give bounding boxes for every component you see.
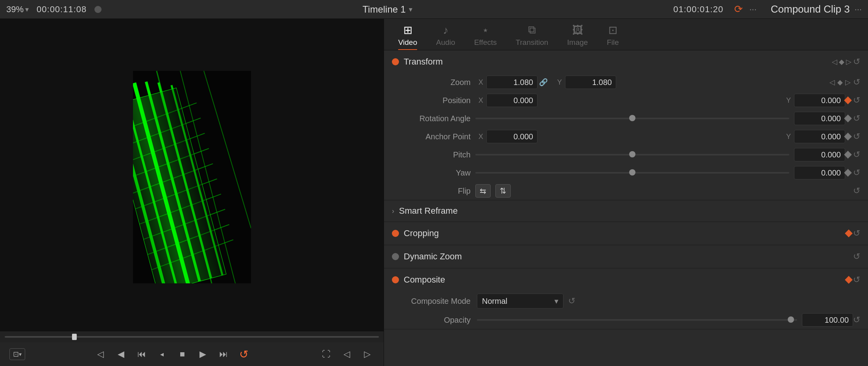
smart-reframe-header[interactable]: › Smart Reframe <box>384 200 868 222</box>
step-back-button[interactable]: ◀ <box>114 347 128 361</box>
tab-video[interactable]: ⊞ Video <box>389 20 427 50</box>
anchor-x-axis: X <box>475 133 486 141</box>
zoom-prev-kf[interactable]: ◁ <box>829 78 835 87</box>
rotation-slider[interactable] <box>475 118 789 119</box>
composite-mode-row: Composite Mode Normal ▾ ↺ <box>384 291 868 311</box>
position-label: Position <box>392 96 471 105</box>
scrubber-bar[interactable] <box>0 331 384 342</box>
yaw-reset[interactable]: ↺ <box>853 168 860 178</box>
inspector-tabs: ⊞ Video ♪ Audio ⋆ Effects ⧉ Transition 🖼… <box>384 19 868 50</box>
position-reset[interactable]: ↺ <box>853 95 860 105</box>
position-x-input[interactable] <box>486 94 537 107</box>
flip-reset[interactable]: ↺ <box>853 186 860 196</box>
transform-add-kf[interactable]: ◆ <box>839 57 844 66</box>
more-icon[interactable]: ··· <box>749 4 756 15</box>
stop-button[interactable]: ■ <box>175 347 190 361</box>
yaw-keyframe-diamond[interactable] <box>844 169 852 177</box>
zoom-control[interactable]: 39% ▾ <box>6 4 29 15</box>
rotation-keyframe-diamond[interactable] <box>844 115 852 122</box>
scrubber-thumb[interactable] <box>72 334 77 340</box>
main-layout: ⊡ ▾ ◁ ◀ ⏮ ◂ ■ ▶ ⏭ ↺ ⛶ ◁ ▷ <box>0 19 868 366</box>
image-tab-icon: 🖼 <box>572 24 583 37</box>
pitch-reset[interactable]: ↺ <box>853 150 860 160</box>
opacity-reset[interactable]: ↺ <box>853 315 860 325</box>
composite-enable-dot[interactable] <box>392 276 399 283</box>
opacity-slider[interactable] <box>477 319 797 321</box>
transform-prev-kf[interactable]: ◁ <box>832 57 837 66</box>
loop-button[interactable]: ↺ <box>237 347 251 361</box>
position-y-input[interactable] <box>794 94 845 107</box>
dynamic-zoom-enable-dot[interactable] <box>392 253 399 260</box>
pitch-keyframe-diamond[interactable] <box>844 151 852 159</box>
zoom-row: Zoom X 🔗 Y ◁ ◆ ▷ ↺ <box>384 73 868 91</box>
tab-transition[interactable]: ⧉ Transition <box>506 20 558 50</box>
next-marker-button[interactable]: ▷ <box>360 347 374 361</box>
pitch-input[interactable] <box>794 148 845 161</box>
yaw-input[interactable] <box>794 166 845 179</box>
transform-next-kf[interactable]: ▷ <box>846 57 851 66</box>
dynamic-zoom-header[interactable]: Dynamic Zoom ↺ <box>384 245 868 268</box>
yaw-slider[interactable] <box>475 172 789 174</box>
flip-vertical-button[interactable]: ⇅ <box>495 184 511 198</box>
opacity-input[interactable] <box>802 313 853 327</box>
scrubber-track[interactable] <box>5 336 379 338</box>
rotation-controls: ↺ <box>845 113 860 124</box>
zoom-x-input[interactable] <box>486 76 537 89</box>
step-back2-button[interactable]: ◂ <box>155 347 169 361</box>
timecode-right: 01:00:01:20 <box>673 4 723 15</box>
anchor-y-input[interactable] <box>794 130 845 143</box>
rotation-thumb[interactable] <box>629 115 635 121</box>
tab-image[interactable]: 🖼 Image <box>558 20 597 50</box>
play-button[interactable]: ▶ <box>196 347 210 361</box>
rotation-reset[interactable]: ↺ <box>853 113 860 124</box>
pitch-thumb[interactable] <box>629 151 635 157</box>
fullscreen-button[interactable]: ⛶ <box>319 347 333 361</box>
zoom-add-kf[interactable]: ◆ <box>837 78 843 87</box>
compound-more-icon[interactable]: ··· <box>855 4 862 15</box>
position-keyframe-diamond[interactable] <box>844 96 852 104</box>
crop-icon: ⊡ <box>13 350 19 359</box>
composite-header[interactable]: Composite ↺ <box>384 268 868 291</box>
skip-to-end-button[interactable]: ⏭ <box>216 347 231 361</box>
sync-icon[interactable]: ⟳ <box>734 3 743 15</box>
zoom-y-axis: Y <box>554 78 565 87</box>
crop-button[interactable]: ⊡ ▾ <box>9 348 25 360</box>
top-icons: ⟳ ··· <box>734 3 756 15</box>
zoom-chevron[interactable]: ▾ <box>25 5 29 14</box>
pitch-slider[interactable] <box>475 154 789 155</box>
composite-reset[interactable]: ↺ <box>853 275 860 285</box>
zoom-next-kf[interactable]: ▷ <box>845 78 851 87</box>
transform-reset[interactable]: ↺ <box>853 57 860 67</box>
transform-enable-dot[interactable] <box>392 58 399 65</box>
opacity-thumb[interactable] <box>788 316 794 323</box>
opacity-label: Opacity <box>392 316 471 325</box>
rotation-input[interactable] <box>794 112 845 125</box>
tab-audio[interactable]: ♪ Audio <box>427 20 465 50</box>
zoom-y-input[interactable] <box>565 76 616 89</box>
anchor-reset[interactable]: ↺ <box>853 131 860 142</box>
cropping-header[interactable]: Cropping ↺ <box>384 222 868 245</box>
cropping-keyframe-diamond[interactable] <box>845 229 853 237</box>
composite-mode-reset[interactable]: ↺ <box>568 296 575 306</box>
crop-chevron: ▾ <box>19 351 22 357</box>
cropping-reset[interactable]: ↺ <box>853 228 860 238</box>
dynamic-zoom-reset[interactable]: ↺ <box>853 251 860 262</box>
transform-header[interactable]: Transform ◁ ◆ ▷ ↺ <box>384 50 868 73</box>
anchor-x-input[interactable] <box>486 130 537 143</box>
composite-mode-label: Composite Mode <box>392 297 471 306</box>
yaw-thumb[interactable] <box>629 169 635 176</box>
prev-frame-button[interactable]: ◁ <box>94 347 108 361</box>
tab-effects[interactable]: ⋆ Effects <box>465 20 506 50</box>
zoom-reset[interactable]: ↺ <box>853 77 860 87</box>
prev-marker-button[interactable]: ◁ <box>340 347 354 361</box>
skip-to-start-button[interactable]: ⏮ <box>135 347 149 361</box>
composite-keyframe-diamond[interactable] <box>845 276 853 284</box>
position-x-axis: X <box>475 96 486 105</box>
flip-horizontal-button[interactable]: ⇆ <box>475 184 491 198</box>
cropping-enable-dot[interactable] <box>392 230 399 237</box>
composite-mode-dropdown[interactable]: Normal ▾ <box>477 294 563 309</box>
tab-file[interactable]: ⊡ File <box>597 20 628 50</box>
timeline-chevron[interactable]: ▾ <box>409 5 412 14</box>
zoom-link-icon[interactable]: 🔗 <box>537 78 549 87</box>
anchor-keyframe-diamond[interactable] <box>844 133 852 140</box>
